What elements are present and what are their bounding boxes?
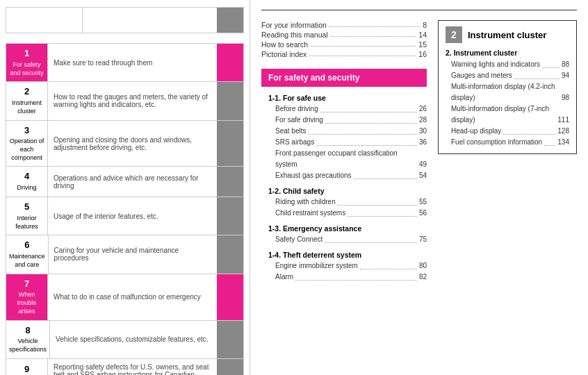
toc-item-page: 28 [419, 115, 427, 126]
chapter-arrow-7[interactable] [217, 274, 243, 320]
toc-item-page: 56 [419, 208, 427, 219]
toc-overview-row: Reading this manual14 [261, 30, 427, 40]
chapter2-entry: Multi-information display (7-inch displa… [446, 103, 569, 126]
chapter-desc-3: Opening and closing the doors and window… [48, 121, 217, 167]
toc-subsection-title: 1-4. Theft deterrent system [261, 251, 427, 259]
pictorial-index-row[interactable] [6, 7, 244, 33]
chapter-row-7[interactable]: 7When trouble arisesWhat to do in case o… [6, 274, 243, 321]
toc-overview-page: 15 [418, 40, 427, 49]
chapter-number-label-6: 6Maintenance and care [6, 235, 49, 273]
toc-item: Child restraint systems56 [261, 208, 427, 219]
chapter-row-1[interactable]: 1For safety and securityMake sure to rea… [6, 44, 243, 82]
toc-item-page: 75 [419, 234, 427, 245]
chapter-arrow-2[interactable] [217, 82, 243, 119]
chapter2-entry: Warning lights and indicators88 [446, 59, 569, 70]
toc-item: Engine immobilizer system80 [261, 260, 427, 272]
chapter-number-label-5: 5Interior features [6, 197, 48, 235]
toc-section: 1-2. Child safetyRiding with children55C… [261, 187, 427, 219]
toc-subsection-title: 1-1. For safe use [261, 94, 427, 102]
toc-overview-row: Pictorial index16 [261, 49, 427, 59]
toc-item: For safe driving28 [261, 115, 427, 126]
toc-subsection-title: 1-2. Child safety [261, 187, 427, 195]
toc-item: Front passenger occupant classification … [261, 148, 427, 170]
toc-item-page: 54 [419, 170, 427, 181]
toc-item-page: 49 [419, 159, 427, 170]
chapter-number-label-9: 9For owners [6, 359, 48, 375]
chapter-number-label-1: 1For safety and security [6, 44, 48, 81]
chapter2-entry-page: 134 [557, 137, 569, 148]
toc-item-page: 30 [419, 126, 427, 137]
toc-section: 1-4. Theft deterrent systemEngine immobi… [261, 251, 427, 283]
chapter2-entry: Fuel consumption information134 [446, 137, 569, 148]
toc-item-page: 80 [419, 260, 427, 272]
toc-item: Safety Connect75 [261, 234, 427, 245]
toc-item-label: For safe driving [275, 115, 323, 126]
toc-overview-label: How to search [261, 40, 308, 49]
chapter-row-4[interactable]: 4DrivingOperations and advice which are … [6, 167, 243, 197]
chapter2-entry: Multi-information display (4.2-inch disp… [446, 81, 569, 103]
chapter-row-2[interactable]: 2Instrument clusterHow to read the gauge… [6, 82, 243, 120]
toc-item-label: Exhaust gas precautions [275, 170, 352, 181]
toc-overview-row: How to search15 [261, 40, 427, 49]
chapter2-number: 2 [446, 26, 462, 43]
left-panel: 1For safety and securityMake sure to rea… [0, 0, 250, 375]
chapter-row-6[interactable]: 6Maintenance and careCaring for your veh… [6, 235, 243, 274]
toc-item-page: 26 [419, 103, 427, 115]
toc-item-label: Seat belts [275, 126, 306, 137]
chapter2-content: 2. Instrument cluster Warning lights and… [446, 49, 569, 148]
chapter2-entry-page: 88 [562, 59, 569, 70]
chapter-desc-1: Make sure to read through them [48, 44, 217, 81]
toc-item-page: 36 [419, 137, 427, 148]
chapter-desc-6: Caring for your vehicle and maintenance … [49, 235, 217, 273]
chapter2-entry: Gauges and meters94 [446, 70, 569, 81]
toc-item-label: Alarm [275, 272, 293, 283]
chapter-row-9[interactable]: 9For ownersReporting safety defects for … [6, 359, 243, 375]
toc-item-label: Front passenger occupant classification … [275, 148, 415, 170]
chapter2-entry-page: 128 [557, 126, 569, 137]
chapter-arrow-5[interactable] [217, 197, 243, 235]
chapter-number-label-8: 8Vehicle specifications [6, 321, 50, 358]
chapter-arrow-9[interactable] [217, 359, 243, 375]
chapter2-title: Instrument cluster [468, 30, 546, 40]
toc-sections: 1-1. For safe useBefore driving26For saf… [261, 94, 427, 283]
chapter-number-label-4: 4Driving [6, 167, 48, 197]
toc-item-page: 82 [419, 272, 427, 283]
chapter-arrow-8[interactable] [217, 321, 243, 358]
toc-main: For your information8Reading this manual… [261, 20, 577, 288]
chapter-arrow-1[interactable] [217, 44, 243, 81]
toc-item-label: Engine immobilizer system [275, 260, 358, 272]
toc-subsection-title: 1-3. Emergency assistance [261, 224, 427, 233]
chapter2-entry: Head-up display128 [446, 126, 569, 137]
chapter2-box: 2 Instrument cluster 2. Instrument clust… [438, 20, 577, 154]
toc-overview-label: For your information [261, 21, 327, 29]
chapter-row-3[interactable]: 3Operation of each componentOpening and … [6, 121, 243, 167]
toc-item: Alarm82 [261, 272, 427, 283]
chapter2-entry-label: Head-up display [451, 126, 501, 137]
chapter2-entry-label: Multi-information display (7-inch displa… [451, 103, 553, 126]
chapter-arrow-4[interactable] [217, 167, 243, 197]
chapter-list: 1For safety and securityMake sure to rea… [6, 43, 244, 375]
chapter-desc-2: How to read the gauges and meters, the v… [48, 82, 217, 119]
page-header [261, 7, 577, 10]
pictorial-index-label [6, 8, 83, 33]
chapter-number-label-2: 2Instrument cluster [6, 82, 48, 119]
chapter2-entry-label: Warning lights and indicators [451, 59, 540, 70]
chapter-row-8[interactable]: 8Vehicle specificationsVehicle specifica… [6, 321, 243, 359]
chapter2-entry-label: Fuel consumption information [451, 137, 542, 148]
chapter2-sub-title: 2. Instrument cluster [446, 49, 569, 57]
toc-item: Seat belts30 [261, 126, 427, 137]
chapter2-entry-page: 94 [562, 70, 569, 81]
chapter2-entry-page: 98 [562, 92, 569, 103]
chapter-arrow-6[interactable] [217, 235, 243, 273]
chapter-row-5[interactable]: 5Interior featuresUsage of the interior … [6, 197, 243, 235]
toc-item: SRS airbags36 [261, 137, 427, 148]
pictorial-index-arrow[interactable] [217, 8, 243, 33]
chapter-desc-9: Reporting safety defects for U.S. owners… [48, 359, 217, 375]
toc-item-label: Before driving [275, 103, 318, 115]
chapter-number-label-3: 3Operation of each component [6, 121, 48, 167]
toc-overview-page: 8 [423, 21, 427, 29]
toc-item-label: Safety Connect [275, 234, 322, 245]
toc-item: Before driving26 [261, 103, 427, 115]
toc-item-page: 55 [419, 197, 427, 208]
chapter-arrow-3[interactable] [217, 121, 243, 167]
